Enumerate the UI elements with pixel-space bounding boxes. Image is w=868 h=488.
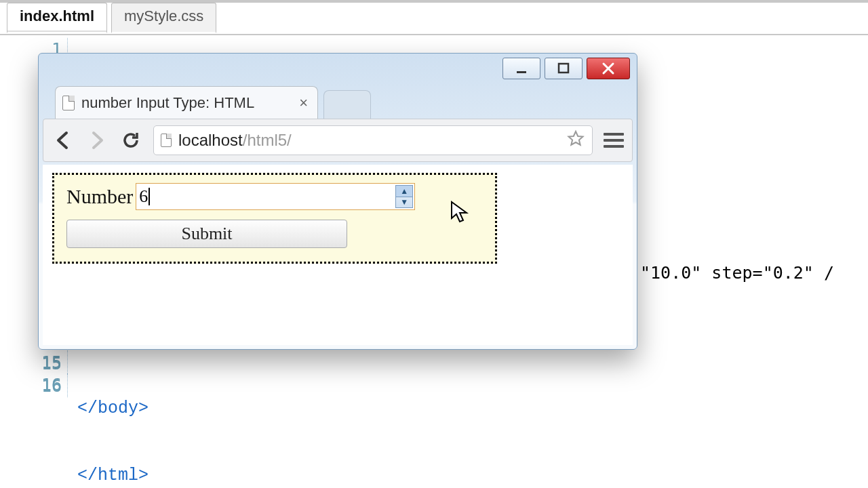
code-line-16: </html> xyxy=(77,466,149,485)
editor-code-tail: </body> </html> xyxy=(39,352,868,488)
nav-forward-button[interactable] xyxy=(85,129,108,152)
minimize-icon xyxy=(515,62,528,75)
browser-tabstrip: number Input Type: HTML × xyxy=(55,86,620,119)
text-caret xyxy=(149,188,150,205)
browser-menu-button[interactable] xyxy=(604,133,624,148)
window-close-button[interactable] xyxy=(587,58,630,79)
code-line-15: </body> xyxy=(77,399,149,418)
nav-back-button[interactable] xyxy=(52,129,75,152)
browser-tab-active[interactable]: number Input Type: HTML × xyxy=(55,86,318,119)
editor-gutter-tail: 15 16 xyxy=(0,352,68,397)
page-icon xyxy=(62,96,75,110)
number-field-label: Number xyxy=(66,185,133,208)
address-bar[interactable]: localhost/html5/ xyxy=(153,125,593,155)
tab-close-icon[interactable]: × xyxy=(296,94,311,112)
arrow-left-icon xyxy=(53,130,73,150)
number-spinner[interactable]: ▲ ▼ xyxy=(395,185,413,208)
spinner-up-icon[interactable]: ▲ xyxy=(396,186,412,197)
code-attr-snippet: "10.0" step="0.2" / xyxy=(640,263,834,283)
arrow-right-icon xyxy=(87,130,107,150)
reload-icon xyxy=(121,130,141,150)
editor-tabbar: index.html myStyle.css xyxy=(7,3,216,33)
page-viewport: Number 6 ▲ ▼ Submit xyxy=(43,165,633,345)
submit-button[interactable]: Submit xyxy=(66,220,347,248)
editor-tab-underline xyxy=(0,34,868,35)
editor-tab-style[interactable]: myStyle.css xyxy=(111,3,216,33)
svg-rect-0 xyxy=(517,71,526,73)
address-url: localhost/html5/ xyxy=(178,131,292,150)
bookmark-star-icon[interactable] xyxy=(566,129,585,151)
svg-rect-1 xyxy=(559,64,568,73)
window-minimize-button[interactable] xyxy=(502,58,540,79)
page-icon xyxy=(161,134,172,147)
window-maximize-button[interactable] xyxy=(545,58,583,79)
nav-reload-button[interactable] xyxy=(119,129,142,152)
editor-tab-index[interactable]: index.html xyxy=(7,3,107,33)
number-input[interactable]: 6 ▲ ▼ xyxy=(136,183,415,210)
hamburger-icon xyxy=(604,133,624,136)
browser-window: number Input Type: HTML × localhost/html… xyxy=(38,53,637,350)
spinner-down-icon[interactable]: ▼ xyxy=(396,197,412,208)
mouse-cursor-icon xyxy=(450,201,471,225)
number-input-value: 6 xyxy=(136,186,148,207)
maximize-icon xyxy=(557,62,570,75)
browser-toolbar: localhost/html5/ xyxy=(43,119,633,162)
browser-new-tab-button[interactable] xyxy=(323,90,371,119)
form-fieldset: Number 6 ▲ ▼ Submit xyxy=(52,173,497,264)
browser-tab-title: number Input Type: HTML xyxy=(81,94,290,112)
window-controls xyxy=(502,58,630,79)
close-icon xyxy=(601,61,616,76)
